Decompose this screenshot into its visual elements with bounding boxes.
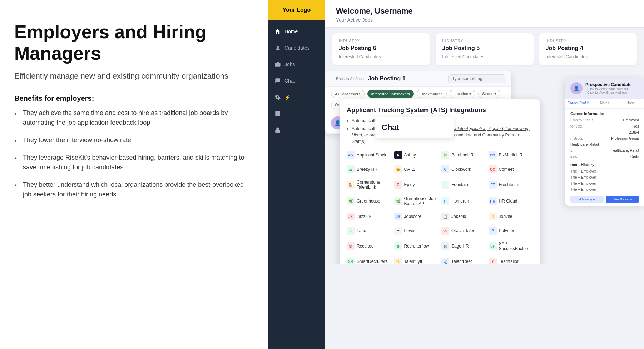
job-card-6[interactable]: INDUSTRY Job Posting 6 Interested Candid… bbox=[332, 33, 430, 65]
job-card-6-candidates: Interested Candidates: bbox=[339, 54, 423, 59]
ats-item-talentlyft[interactable]: TL TalentLyft bbox=[394, 256, 438, 264]
candidate-detail-panel: 👤 Prospective Candidate · Click to View … bbox=[565, 78, 644, 206]
sidebar-item-admin[interactable] bbox=[268, 122, 325, 138]
detail-name: Prospective Candidate bbox=[585, 82, 631, 87]
ats-name-sap: SAP SuccessFactors bbox=[499, 241, 533, 251]
ats-item-smartrecruiters[interactable]: SR SmartRecruiters bbox=[347, 256, 391, 264]
ats-name-fountain: Fountain bbox=[451, 182, 468, 187]
ats-item-sagehr[interactable]: sg Sage HR bbox=[441, 240, 485, 253]
sidebar-item-chat[interactable]: Chat bbox=[268, 73, 325, 89]
filter-status[interactable]: Status ▾ bbox=[478, 90, 500, 98]
detail-name-group: Prospective Candidate · Click to View Ph… bbox=[585, 82, 631, 94]
ats-item-catz[interactable]: 🐱 CATZ bbox=[394, 164, 438, 175]
ats-item-applicantstack[interactable]: AS Applicant Stack bbox=[347, 150, 391, 160]
ats-item-cornerstone[interactable]: 🏠 Cornerstone TalentLink bbox=[347, 178, 391, 191]
filter-location[interactable]: Location ▾ bbox=[450, 90, 476, 98]
benefit-item-1: They achieve the same time and cost to h… bbox=[14, 108, 247, 128]
back-link[interactable]: ← Back to All Jobs bbox=[331, 76, 364, 81]
ats-icon-homerun: H bbox=[441, 197, 449, 205]
search-input[interactable] bbox=[448, 74, 505, 83]
sidebar: Your Logo Home Candidates Jobs Chat ⚡ bbox=[268, 0, 325, 349]
detail-row-industry: Healthcare, Retail bbox=[565, 141, 644, 148]
detail-label-s: s: bbox=[570, 149, 573, 153]
sidebar-item-settings[interactable]: ⚡ bbox=[268, 89, 325, 105]
detail-row-certs: ions: Certs bbox=[565, 154, 644, 160]
ats-item-comeet[interactable]: CO Comeet bbox=[489, 164, 533, 175]
ats-item-homerun[interactable]: H Homerun bbox=[441, 195, 485, 208]
subtitle: Efficiently manage new and existing comm… bbox=[14, 71, 247, 82]
ats-item-sap[interactable]: SF SAP SuccessFactors bbox=[489, 240, 533, 253]
left-panel: Employers and Hiring Managers Efficientl… bbox=[0, 0, 268, 349]
ats-icon-hrcloud: HR bbox=[489, 197, 497, 205]
ats-item-fountain[interactable]: — Fountain bbox=[441, 178, 485, 191]
ats-icon-applicantstack: AS bbox=[347, 151, 355, 159]
sidebar-item-candidates[interactable]: Candidates bbox=[268, 40, 325, 56]
ats-item-lever[interactable]: ✒ Lever bbox=[394, 225, 438, 236]
ats-item-eploy[interactable]: E Eploy bbox=[394, 178, 438, 191]
jobs-icon bbox=[274, 61, 281, 68]
job-posting-title: Job Posting 1 bbox=[368, 75, 406, 82]
ats-name-jobscore: Jobscore bbox=[404, 214, 422, 219]
job-card-4-title: Job Posting 4 bbox=[546, 45, 630, 51]
ats-icon-oracle: ✕ bbox=[441, 227, 449, 235]
ats-name-clockwork: Clockwork bbox=[451, 167, 471, 172]
ats-name-ashby: Ashby bbox=[404, 153, 416, 158]
detail-value-code: 20854 bbox=[629, 130, 639, 134]
ats-item-talentreef[interactable]: 🌊 TalentReef bbox=[441, 256, 485, 264]
filter-all-jobseekers[interactable]: All Jobseekers bbox=[331, 90, 365, 98]
ats-name-sagehr: Sage HR bbox=[451, 244, 469, 249]
detail-tab-career[interactable]: Career Profile bbox=[565, 99, 591, 108]
filter-interested-jobseekers[interactable]: Interested Jobseekers bbox=[367, 90, 414, 98]
detail-value-s: Healthcare, Retail bbox=[611, 149, 639, 153]
ats-item-jazzhr[interactable]: JZ JazzHR bbox=[347, 211, 391, 222]
detail-tab-jobs[interactable]: Jobs bbox=[618, 99, 644, 108]
sidebar-item-reports[interactable] bbox=[268, 105, 325, 122]
svg-rect-1 bbox=[275, 63, 281, 67]
detail-footer: d Message View Resume bbox=[565, 193, 644, 206]
ats-title: Applicant Tracking System (ATS) Integrat… bbox=[347, 106, 532, 114]
ats-item-breezyhr[interactable]: ☁ Breezy HR bbox=[347, 164, 391, 175]
overlay-container: ← Back to All Jobs Job Posting 1 All Job… bbox=[325, 71, 644, 264]
ats-item-ashby[interactable]: A Ashby bbox=[394, 150, 438, 160]
job-posting-header: ← Back to All Jobs Job Posting 1 bbox=[325, 71, 511, 87]
sidebar-item-jobs[interactable]: Jobs bbox=[268, 56, 325, 73]
ats-item-bamboohr[interactable]: 🎋 BambooHR bbox=[441, 150, 485, 160]
ats-item-recruiterflow[interactable]: RF Recruiterflow bbox=[394, 240, 438, 253]
filter-bookmarked[interactable]: Bookmarked bbox=[417, 90, 447, 98]
ats-item-greenhouse-api[interactable]: 🌿 Greenhouse Job Boards API bbox=[394, 195, 438, 208]
ats-name-recuitee: Recuitee bbox=[357, 244, 373, 249]
right-panel: Your Logo Home Candidates Jobs Chat ⚡ bbox=[268, 0, 644, 349]
ats-item-teamtailor[interactable]: 7 Teamtailor bbox=[489, 256, 533, 264]
ats-item-recuitee[interactable]: 🏠 Recuitee bbox=[347, 240, 391, 253]
ats-icon-talentlyft: TL bbox=[394, 258, 402, 264]
ats-item-jobsoid[interactable]: 📋 Jobsoid bbox=[441, 211, 485, 222]
sidebar-home-label: Home bbox=[284, 29, 298, 34]
job-card-6-industry: INDUSTRY bbox=[339, 39, 423, 43]
sidebar-nav: Home Candidates Jobs Chat ⚡ bbox=[268, 20, 325, 138]
ats-item-jobscore[interactable]: JS Jobscore bbox=[394, 211, 438, 222]
ats-item-freshteam[interactable]: FT Freshteam bbox=[489, 178, 533, 191]
detail-tab-notes[interactable]: Notes bbox=[591, 99, 618, 108]
job-card-4[interactable]: INDUSTRY Job Posting 4 Interested Candid… bbox=[539, 33, 637, 65]
ats-item-oracle[interactable]: ✕ Oracle Taleo bbox=[441, 225, 485, 236]
main-content: Welcome, Username Your Active Jobs INDUS… bbox=[325, 0, 644, 349]
view-resume-button[interactable]: View Resume bbox=[606, 196, 639, 203]
detail-value-industry: Healthcare, Retail bbox=[570, 143, 599, 146]
job-card-5[interactable]: INDUSTRY Job Posting 5 Interested Candid… bbox=[436, 33, 533, 65]
ats-item-lano[interactable]: L Lano bbox=[347, 225, 391, 236]
ats-item-greenhouse[interactable]: 🌿 Greenhouse bbox=[347, 195, 391, 208]
ats-icon-lano: L bbox=[347, 227, 355, 235]
admin-icon bbox=[274, 127, 281, 133]
sidebar-chat-label: Chat bbox=[284, 78, 295, 84]
ats-item-polymer[interactable]: P Polymer bbox=[489, 225, 533, 236]
ats-item-hrcloud[interactable]: HR HR Cloud bbox=[489, 195, 533, 208]
ats-icon-jobscore: JS bbox=[394, 213, 402, 220]
detail-tabs: Career Profile Notes Jobs bbox=[565, 99, 644, 109]
ats-name-oracle: Oracle Taleo bbox=[451, 228, 475, 233]
sidebar-item-home[interactable]: Home bbox=[268, 23, 325, 40]
message-button[interactable]: d Message bbox=[570, 196, 604, 203]
benefits-heading: Benefits for employers: bbox=[14, 94, 247, 103]
ats-item-clockwork[interactable]: C Clockwork bbox=[441, 164, 485, 175]
ats-item-bizmerlinhr[interactable]: BM BizMerlinHR bbox=[489, 150, 533, 160]
ats-item-jobvite[interactable]: J Jobvite bbox=[489, 211, 533, 222]
